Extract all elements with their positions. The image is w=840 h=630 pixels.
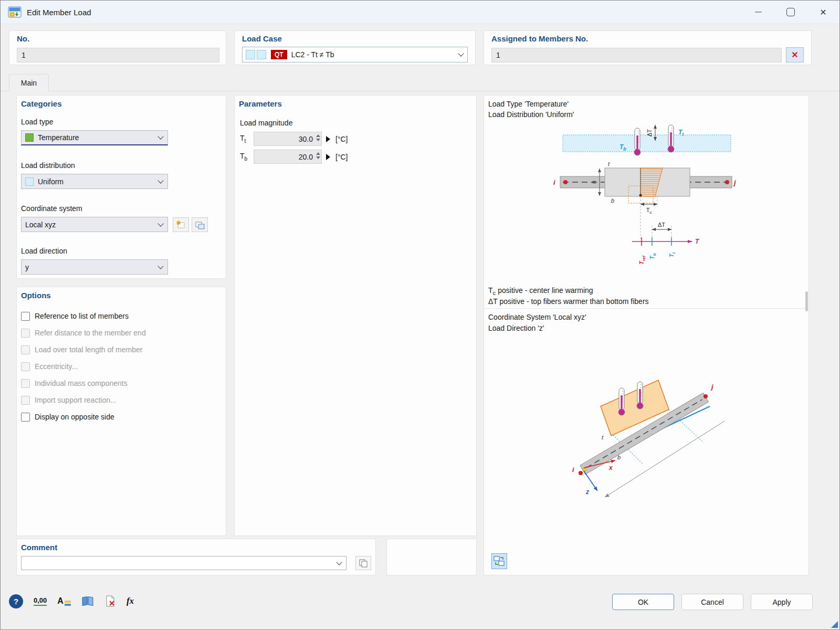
book-icon [81, 596, 94, 606]
load-case-label: Load Case [242, 34, 282, 43]
chevron-down-icon [158, 220, 163, 226]
spin-down-icon[interactable] [316, 139, 320, 141]
option-eccentricity: Eccentricity... [21, 360, 78, 373]
checkbox-icon [21, 396, 30, 405]
checkbox-icon [21, 329, 30, 338]
tb-spinner[interactable] [316, 152, 320, 159]
option-label: Import support reaction... [35, 396, 117, 404]
spin-up-icon[interactable] [316, 134, 320, 137]
option-load-over-total-length: Load over total length of member [21, 343, 142, 356]
new-coordinate-system-button[interactable]: ✱ [173, 217, 189, 232]
checkbox-icon[interactable] [21, 413, 30, 422]
svg-text:j: j [710, 383, 713, 391]
coordinate-system-dropdown[interactable]: Local xyz [21, 217, 168, 232]
svg-text:T: T [695, 238, 700, 245]
tt-spinner[interactable] [316, 134, 320, 141]
preview-load-distribution-text: Load Distribution 'Uniform' [488, 110, 574, 119]
uniform-color-swatch [25, 177, 34, 186]
tt-detail-button[interactable] [326, 136, 330, 142]
option-label: Display on opposite side [35, 413, 114, 421]
close-icon: ✕ [820, 7, 826, 17]
load-type-dropdown[interactable]: Temperature [21, 130, 168, 145]
tb-parameter-row: Tb [°C] [240, 150, 348, 164]
assigned-members-group: Assigned to Members No. ✕ [484, 30, 812, 65]
tb-field-wrap [254, 150, 322, 164]
display-settings-button[interactable]: A [57, 596, 71, 606]
temperature-color-swatch [25, 133, 34, 142]
svg-text:Tb: Tb [649, 253, 657, 259]
document-delete-icon [104, 595, 116, 607]
edit-coordinate-system-button[interactable] [192, 217, 208, 232]
load-case-color-swatch [246, 50, 255, 59]
assigned-members-input[interactable] [491, 48, 782, 62]
cancel-button[interactable]: Cancel [681, 594, 743, 610]
preview-scrollbar[interactable] [805, 291, 808, 311]
help-icon: ? [9, 594, 23, 608]
help-button[interactable]: ? [9, 594, 23, 608]
option-label: Individual mass components [35, 379, 128, 387]
resize-grip[interactable] [831, 621, 838, 628]
svg-text:z: z [585, 488, 589, 496]
option-individual-mass-components: Individual mass components [21, 376, 128, 390]
number-label: No. [17, 34, 29, 43]
formula-editor-button[interactable]: fx [127, 596, 134, 606]
svg-text:t: t [602, 434, 604, 440]
number-input[interactable] [17, 48, 219, 62]
preview-coordinate-system-text: Coordinate System 'Local xyz' [488, 313, 586, 321]
svg-text:t: t [608, 161, 610, 167]
ok-button[interactable]: OK [612, 594, 674, 610]
option-reference-to-list-of-members[interactable]: Reference to list of members [21, 309, 129, 323]
categories-panel: Categories Load type Temperature Load di… [16, 95, 226, 279]
spin-up-icon[interactable] [316, 152, 320, 155]
load-distribution-value: Uniform [38, 177, 64, 186]
toggle-preview-button[interactable] [491, 553, 507, 569]
tb-detail-button[interactable] [326, 154, 330, 160]
svg-text:x: x [608, 464, 613, 471]
chevron-down-icon [336, 559, 342, 565]
assigned-members-label: Assigned to Members No. [491, 34, 588, 43]
load-type-value: Temperature [38, 133, 79, 142]
minimize-button[interactable] [742, 1, 774, 24]
app-icon [8, 5, 22, 19]
option-label: Eccentricity... [35, 362, 78, 371]
checkbox-icon[interactable] [21, 312, 30, 321]
svg-text:ΔT: ΔT [646, 129, 653, 136]
spin-down-icon[interactable] [316, 156, 320, 159]
tt-input[interactable] [254, 132, 322, 146]
close-button[interactable]: ✕ [807, 1, 839, 24]
manual-button[interactable] [81, 596, 94, 606]
delete-settings-button[interactable] [104, 595, 116, 607]
svg-text:✱: ✱ [176, 220, 181, 226]
select-members-button[interactable]: ✕ [786, 47, 804, 62]
chevron-down-icon [158, 133, 163, 139]
decimal-places-button[interactable]: 0,00 [34, 596, 47, 606]
copy-comment-button[interactable] [355, 556, 371, 570]
load-case-dropdown[interactable]: QT LC2 - Tt ≠ Tb [242, 47, 468, 62]
parameters-panel: Parameters Load magnitude Tt [°C] Tb [°C… [234, 95, 477, 536]
svg-text:b: b [611, 197, 614, 204]
comment-input[interactable] [26, 559, 337, 568]
maximize-button[interactable] [774, 1, 807, 24]
comment-combobox[interactable] [21, 556, 346, 570]
tt-field-wrap [254, 132, 322, 146]
number-group: No. [9, 30, 226, 65]
load-direction-dropdown[interactable]: y [21, 259, 168, 275]
decimal-places-icon: 0,00 [34, 596, 47, 606]
content-divider [1, 91, 840, 91]
option-label: Load over total length of member [35, 345, 142, 354]
apply-button[interactable]: Apply [751, 594, 813, 610]
option-display-on-opposite-side[interactable]: Display on opposite side [21, 410, 114, 424]
load-direction-label: Load direction [21, 247, 67, 255]
tab-main[interactable]: Main [9, 74, 49, 91]
load-distribution-dropdown[interactable]: Uniform [21, 174, 168, 189]
options-title: Options [21, 291, 51, 300]
swap-view-icon [494, 555, 505, 567]
tb-input[interactable] [254, 150, 322, 164]
checkbox-icon [21, 362, 30, 371]
preview-note-dt: ΔT positive - top fibers warmer than bot… [488, 297, 649, 306]
load-type-label: Load type [21, 118, 54, 126]
tb-symbol: Tb [240, 152, 254, 162]
option-label: Refer distance to the member end [35, 329, 146, 337]
preview-load-type-text: Load Type 'Temperature' [488, 100, 569, 108]
load-case-group: Load Case QT LC2 - Tt ≠ Tb [234, 30, 476, 65]
